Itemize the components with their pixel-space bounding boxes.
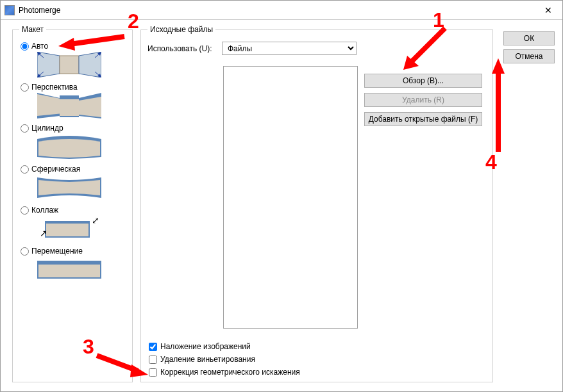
radio-spherical[interactable] xyxy=(21,165,29,174)
layout-label: Перспектива xyxy=(31,83,78,92)
layout-label: Коллаж xyxy=(31,206,58,215)
close-button[interactable]: ✕ xyxy=(534,1,562,19)
file-list[interactable] xyxy=(223,66,358,329)
svg-text:⤢: ⤢ xyxy=(92,216,99,225)
app-icon xyxy=(4,5,15,15)
svg-text:↗: ↗ xyxy=(40,228,47,238)
check-label: Удаление виньетирования xyxy=(160,355,255,364)
remove-button[interactable]: Удалить (R) xyxy=(364,93,482,107)
check-vignette[interactable]: Удаление виньетирования xyxy=(149,355,300,364)
layout-label: Авто xyxy=(31,42,48,51)
options-checks: Наложение изображений Удаление виньетиро… xyxy=(149,342,300,377)
browse-button[interactable]: Обзор (B)... xyxy=(364,74,482,88)
svg-marker-2 xyxy=(79,52,101,78)
layout-option-spherical[interactable]: Сферическая xyxy=(21,165,126,174)
close-icon: ✕ xyxy=(544,5,552,15)
window-title: Photomerge xyxy=(19,6,534,15)
dialog-window: Photomerge ✕ Макет Авто xyxy=(0,0,563,392)
checkbox-blend[interactable] xyxy=(149,343,157,351)
titlebar: Photomerge ✕ xyxy=(1,1,562,20)
checkbox-distort[interactable] xyxy=(149,368,157,377)
cancel-button[interactable]: Отмена xyxy=(503,49,555,63)
source-buttons: Обзор (B)... Удалить (R) Добавить открыт… xyxy=(364,74,482,126)
layout-fieldset: Макет Авто Перспектива xyxy=(12,25,133,382)
add-open-button[interactable]: Добавить открытые файлы (F) xyxy=(364,112,482,126)
svg-rect-18 xyxy=(46,224,88,236)
use-select[interactable]: Файлы xyxy=(222,42,357,55)
content-area: Макет Авто Перспектива xyxy=(1,20,562,391)
thumb-reposition xyxy=(37,257,101,282)
use-row: Использовать (U): Файлы xyxy=(147,42,486,55)
svg-rect-1 xyxy=(60,56,79,74)
radio-reposition[interactable] xyxy=(21,247,29,256)
thumb-spherical xyxy=(37,175,101,200)
checkbox-vignette[interactable] xyxy=(149,355,157,364)
layout-legend: Макет xyxy=(19,25,46,34)
radio-collage[interactable] xyxy=(21,206,29,215)
action-buttons: ОК Отмена xyxy=(503,31,555,63)
layout-label: Перемещение xyxy=(31,247,83,256)
svg-rect-22 xyxy=(38,265,100,277)
use-label: Использовать (U): xyxy=(147,44,222,53)
layout-label: Цилиндр xyxy=(31,124,63,133)
ok-button[interactable]: ОК xyxy=(503,31,555,45)
check-distort[interactable]: Коррекция геометрического искажения xyxy=(149,368,300,377)
thumb-perspective xyxy=(37,93,101,118)
layout-option-reposition[interactable]: Перемещение xyxy=(21,247,126,256)
layout-label: Сферическая xyxy=(31,165,80,174)
source-legend: Исходные файлы xyxy=(147,25,215,34)
svg-marker-0 xyxy=(37,52,60,78)
check-label: Коррекция геометрического искажения xyxy=(160,368,300,377)
radio-auto[interactable] xyxy=(21,42,29,51)
layout-option-cylindrical[interactable]: Цилиндр xyxy=(21,124,126,133)
source-fieldset: Исходные файлы Использовать (U): Файлы О… xyxy=(140,25,493,382)
thumb-cylindrical xyxy=(37,134,101,159)
svg-rect-14 xyxy=(60,99,79,116)
radio-cylindrical[interactable] xyxy=(21,124,29,133)
radio-perspective[interactable] xyxy=(21,83,29,92)
thumb-collage: ↗ ⤢ xyxy=(37,216,101,241)
check-blend[interactable]: Наложение изображений xyxy=(149,342,300,351)
layout-option-auto[interactable]: Авто xyxy=(21,42,126,51)
layout-option-perspective[interactable]: Перспектива xyxy=(21,83,126,92)
thumb-auto xyxy=(37,52,101,78)
check-label: Наложение изображений xyxy=(160,342,251,351)
layout-option-collage[interactable]: Коллаж xyxy=(21,206,126,215)
